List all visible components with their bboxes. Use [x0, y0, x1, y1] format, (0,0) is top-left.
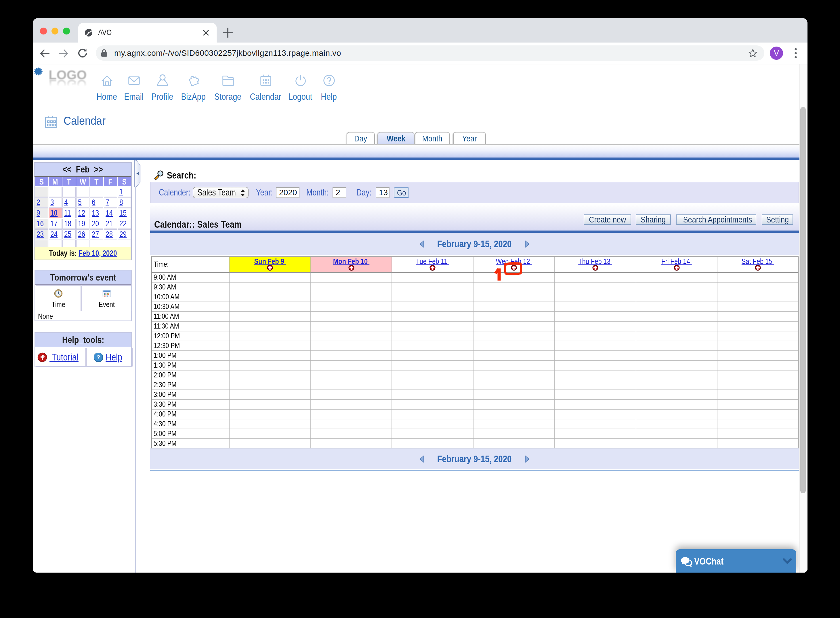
svg-text:?: ? — [96, 354, 100, 361]
